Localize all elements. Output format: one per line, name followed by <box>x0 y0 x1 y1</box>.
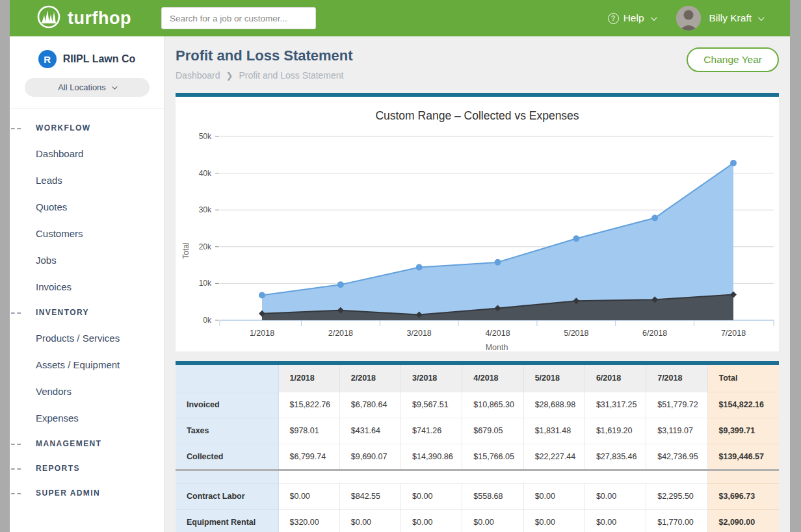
cell-value: $0.00 <box>401 483 462 509</box>
sidebar-section-super-admin[interactable]: SUPER ADMIN <box>10 481 164 505</box>
table-header-month: 2/2018 <box>339 365 400 392</box>
sidebar-section-workflow[interactable]: WORKFLOW <box>10 116 164 140</box>
collected-vs-expenses-chart[interactable]: 0k10k20k30k40k50kTotal1/20182/20183/2018… <box>176 127 779 351</box>
sidebar-item-customers[interactable]: Customers <box>10 220 164 247</box>
chart-title: Custom Range – Collected vs Expenses <box>176 97 779 127</box>
sidebar-section-management[interactable]: MANAGEMENT <box>10 431 164 456</box>
collected-area <box>262 163 733 320</box>
chart-card: Custom Range – Collected vs Expenses 0k1… <box>176 93 779 351</box>
company-header[interactable]: R RIIPL Lawn Co <box>10 50 164 68</box>
cell-value: $0.00 <box>401 509 462 532</box>
sidebar-section-reports[interactable]: REPORTS <box>10 456 164 481</box>
row-total: $2,090.00 <box>707 509 779 532</box>
sidebar-item-invoices[interactable]: Invoices <box>10 273 164 300</box>
collected-point[interactable] <box>416 264 423 271</box>
table-spacer-cell <box>462 470 523 483</box>
search-input[interactable] <box>161 7 316 29</box>
cell-value: $842.55 <box>339 483 400 509</box>
sidebar-item-jobs[interactable]: Jobs <box>10 247 164 273</box>
cell-value: $431.64 <box>339 418 400 444</box>
row-label: Equipment Rental <box>176 509 278 532</box>
sidebar-item-quotes[interactable]: Quotes <box>10 194 164 220</box>
breadcrumb-current: Profit and Loss Statement <box>239 70 343 81</box>
cell-value: $0.00 <box>278 483 339 509</box>
cell-value: $679.05 <box>462 418 523 444</box>
collected-point[interactable] <box>259 292 265 299</box>
y-tick-label: 40k <box>199 169 212 178</box>
table-spacer-cell <box>278 470 339 483</box>
sidebar-section-inventory[interactable]: INVENTORY <box>10 300 164 325</box>
table-header-month: 7/2018 <box>646 365 707 392</box>
table-spacer-cell <box>707 470 779 483</box>
table-spacer-cell <box>339 470 400 483</box>
sidebar-nav: WORKFLOWDashboardLeadsQuotesCustomersJob… <box>10 116 164 505</box>
table-header-month: 3/2018 <box>401 365 462 392</box>
y-tick-label: 10k <box>199 279 212 288</box>
sidebar: R RIIPL Lawn Co All Locations WORKFLOWDa… <box>10 36 164 532</box>
cell-value: $6,780.64 <box>339 392 400 418</box>
row-total: $9,399.71 <box>707 418 779 444</box>
breadcrumb-dashboard[interactable]: Dashboard <box>176 70 220 81</box>
table-spacer-row <box>176 470 779 483</box>
window-right-scrollbar[interactable] <box>790 0 801 532</box>
table-spacer-cell <box>523 470 584 483</box>
cell-value: $15,766.05 <box>462 444 523 470</box>
company-badge: R <box>38 50 57 68</box>
sidebar-item-products-services[interactable]: Products / Services <box>10 325 164 351</box>
pl-table-card: 1/20182/20183/20184/20185/20186/20187/20… <box>176 361 779 532</box>
table-row: Collected$6,799.74$9,690.07$14,390.86$15… <box>176 444 779 470</box>
table-header-month: 1/2018 <box>278 365 339 392</box>
brand-name: turfhop <box>68 8 131 29</box>
cell-value: $0.00 <box>584 509 646 532</box>
cell-value: $27,835.46 <box>584 444 646 470</box>
user-avatar[interactable] <box>676 6 701 31</box>
collected-point[interactable] <box>494 259 501 266</box>
grass-logo-icon <box>36 4 62 32</box>
cell-value: $9,567.51 <box>401 392 462 418</box>
brand-logo[interactable]: turfhop <box>36 4 131 32</box>
collected-point[interactable] <box>337 281 344 288</box>
table-row: Taxes$978.01$431.64$741.26$679.05$1,831.… <box>176 418 779 444</box>
sidebar-item-vendors[interactable]: Vendors <box>10 378 164 405</box>
y-tick-label: 30k <box>199 205 212 214</box>
profit-loss-table: 1/20182/20183/20184/20185/20186/20187/20… <box>176 365 779 532</box>
x-tick-label: 6/2018 <box>642 329 667 338</box>
window-left-scrollbar[interactable] <box>0 0 10 532</box>
row-label: Collected <box>176 444 278 470</box>
location-selector-label: All Locations <box>58 82 106 92</box>
sidebar-item-expenses[interactable]: Expenses <box>10 405 164 431</box>
cell-value: $0.00 <box>523 509 584 532</box>
cell-value: $741.26 <box>401 418 462 444</box>
table-header-month: 4/2018 <box>462 365 523 392</box>
cell-value: $0.00 <box>462 509 523 532</box>
help-label: Help <box>624 12 644 24</box>
cell-value: $1,619.20 <box>584 418 646 444</box>
cell-value: $15,822.76 <box>278 392 339 418</box>
collected-point[interactable] <box>573 235 579 242</box>
cell-value: $3,119.07 <box>646 418 707 444</box>
y-axis-title: Total <box>181 242 190 259</box>
breadcrumb: Dashboard ❯ Profit and Loss Statement <box>176 70 779 81</box>
user-menu[interactable]: Billy Kraft <box>709 12 763 24</box>
cell-value: $10,865.30 <box>462 392 523 418</box>
sidebar-item-dashboard[interactable]: Dashboard <box>10 140 164 167</box>
x-tick-label: 1/2018 <box>250 329 274 338</box>
table-row: Equipment Rental$320.00$0.00$0.00$0.00$0… <box>176 509 779 532</box>
location-selector[interactable]: All Locations <box>25 78 150 97</box>
x-axis-title: Month <box>486 343 508 351</box>
cell-value: $0.00 <box>523 483 584 509</box>
sidebar-item-leads[interactable]: Leads <box>10 167 164 194</box>
chevron-down-icon <box>650 14 657 21</box>
cell-value: $1,831.48 <box>523 418 584 444</box>
table-spacer-cell <box>176 470 278 483</box>
cell-value: $558.68 <box>462 483 523 509</box>
collected-point[interactable] <box>651 214 658 221</box>
collected-point[interactable] <box>730 160 737 166</box>
table-header-blank <box>176 365 278 392</box>
help-menu[interactable]: ? Help <box>608 12 655 24</box>
cell-value: $320.00 <box>278 509 339 532</box>
table-header-month: 5/2018 <box>523 365 584 392</box>
main-content: Profit and Loss Statement Dashboard ❯ Pr… <box>164 36 790 532</box>
change-year-button[interactable]: Change Year <box>687 47 779 72</box>
sidebar-item-assets-equipment[interactable]: Assets / Equipment <box>10 351 164 378</box>
